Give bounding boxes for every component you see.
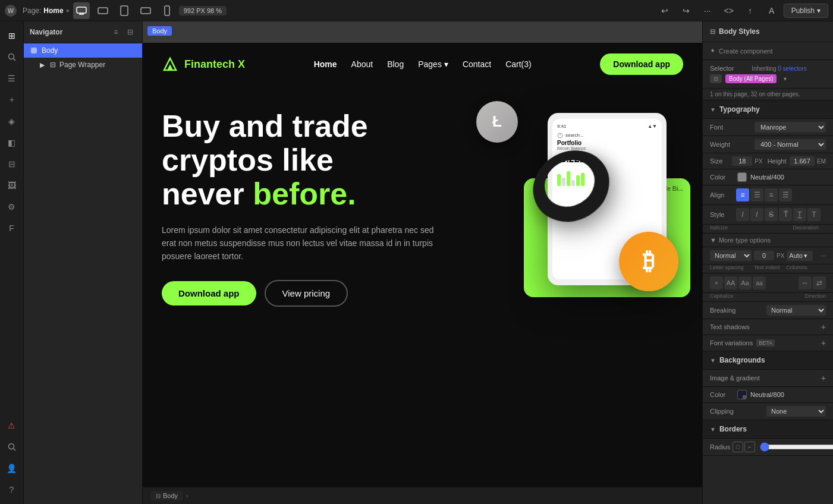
- cap-words-button[interactable]: Aa: [738, 276, 752, 289]
- cap-none-button[interactable]: ×: [710, 276, 723, 289]
- color-swatch[interactable]: [737, 172, 747, 182]
- more-button[interactable]: ···: [699, 2, 716, 19]
- sidebar-icon-cms[interactable]: ◧: [2, 133, 21, 152]
- tablet-landscape-icon[interactable]: [95, 2, 111, 19]
- bg-color-swatch[interactable]: [737, 390, 747, 399]
- height-label: Height: [768, 158, 787, 165]
- normal-select[interactable]: Normal: [710, 250, 752, 261]
- undo-button[interactable]: ↩: [656, 2, 673, 19]
- dir-rtl-button[interactable]: ⇄: [813, 276, 826, 289]
- cap-all-button[interactable]: AA: [724, 276, 737, 289]
- navigator-title: Navigator: [30, 28, 62, 36]
- selector-badge-icon[interactable]: ⊟: [710, 74, 722, 83]
- align-center-button[interactable]: ☰: [750, 188, 763, 201]
- capitalize-buttons: × AA Aa aa: [710, 276, 766, 289]
- nav-home[interactable]: Home: [314, 59, 337, 69]
- breaking-row: Breaking Normal: [703, 302, 833, 319]
- more-options-button[interactable]: ···: [821, 252, 826, 259]
- sidebar-icon-pages[interactable]: ⊟: [2, 155, 21, 174]
- nav-pages[interactable]: Pages ▾: [418, 59, 448, 69]
- hero-download-button[interactable]: Download app: [162, 281, 256, 305]
- sidebar-icon-font[interactable]: F: [2, 219, 21, 238]
- mobile-portrait-icon[interactable]: [159, 2, 175, 19]
- clipping-select[interactable]: None: [766, 406, 826, 417]
- tablet-portrait-icon[interactable]: [116, 2, 133, 19]
- more-type-header[interactable]: ▼ More type options: [703, 234, 833, 247]
- align-left-button[interactable]: ≡: [736, 188, 749, 201]
- text-indent-sublabel: Text indent: [754, 264, 784, 270]
- export-button[interactable]: ↑: [742, 2, 759, 19]
- navigator-options-button[interactable]: ≡: [110, 26, 122, 38]
- sidebar-icon-navigator[interactable]: ⊞: [2, 26, 21, 45]
- sidebar-icon-add[interactable]: ＋: [2, 90, 21, 109]
- hero-pricing-button[interactable]: View pricing: [265, 280, 348, 307]
- dir-ltr-button[interactable]: ↔: [799, 276, 812, 289]
- sidebar-icon-assets[interactable]: 🖼: [2, 176, 21, 195]
- radius-individual-button[interactable]: ⌐: [744, 442, 755, 452]
- breaking-select[interactable]: Normal: [766, 305, 826, 316]
- italicize-sublabel: Italicize: [710, 225, 728, 231]
- sidebar-icon-search[interactable]: [2, 48, 21, 67]
- strikethrough-button[interactable]: S: [765, 208, 778, 221]
- italic-button[interactable]: I: [736, 208, 749, 221]
- add-font-variation-button[interactable]: +: [821, 338, 826, 348]
- weight-select[interactable]: 400 - Normal: [755, 139, 826, 150]
- sidebar-icon-users[interactable]: 👤: [2, 459, 21, 478]
- cap-first-button[interactable]: aa: [753, 276, 766, 289]
- sidebar-icon-help[interactable]: ?: [2, 480, 21, 499]
- more-type-label: More type options: [719, 237, 771, 244]
- create-component-row[interactable]: ✦ Create component: [703, 42, 833, 60]
- sidebar-icon-components[interactable]: ◈: [2, 112, 21, 131]
- mobile-landscape-icon[interactable]: [137, 2, 154, 19]
- nav-contact[interactable]: Contact: [463, 59, 491, 69]
- nav-blog[interactable]: Blog: [387, 59, 404, 69]
- indent-unit: PX: [777, 253, 784, 259]
- nav-download-button[interactable]: Download app: [600, 53, 683, 75]
- navigator-layout-button[interactable]: ⊟: [124, 26, 136, 38]
- desktop-icon[interactable]: [73, 2, 90, 19]
- radius-all-button[interactable]: □: [733, 442, 743, 452]
- breadcrumb-body[interactable]: ⊟ Body: [151, 491, 183, 500]
- redo-button[interactable]: ↪: [678, 2, 694, 19]
- capitalize-sublabel: Capitalize: [710, 293, 734, 299]
- sidebar-icon-layers[interactable]: ☰: [2, 69, 21, 88]
- nav-cart[interactable]: Cart(3): [505, 59, 532, 69]
- auto-select[interactable]: Auto▾: [787, 251, 813, 261]
- borders-section-header[interactable]: ▼ Borders: [703, 420, 833, 439]
- weight-label: Weight: [710, 141, 730, 148]
- plus-icon: ✦: [710, 47, 715, 55]
- italic2-button[interactable]: I: [750, 208, 763, 221]
- svg-rect-6: [141, 8, 150, 14]
- navigator-item-page-wrapper[interactable]: ▶ ⊟ Page Wrapper: [24, 58, 142, 72]
- align-right-button[interactable]: ≡: [765, 188, 778, 201]
- align-justify-button[interactable]: ☰: [779, 188, 792, 201]
- canvas-content[interactable]: Finantech X Home About Blog Pages ▾ Cont…: [143, 43, 702, 504]
- indent-input[interactable]: [754, 251, 774, 260]
- svg-line-11: [13, 449, 15, 451]
- code-button[interactable]: <>: [721, 2, 737, 19]
- navigator-item-body[interactable]: Body: [24, 43, 142, 58]
- size-input[interactable]: [732, 156, 752, 166]
- add-background-button[interactable]: +: [821, 373, 826, 383]
- style-row: Style I I S T̄ T T: [703, 205, 833, 225]
- svg-rect-7: [165, 6, 169, 15]
- sidebar-icon-logic[interactable]: ⚙: [2, 197, 21, 216]
- height-input[interactable]: [790, 156, 815, 166]
- publish-button[interactable]: Publish ▾: [784, 4, 828, 18]
- backgrounds-section-header[interactable]: ▼ Backgrounds: [703, 351, 833, 370]
- underline-button[interactable]: T: [793, 208, 806, 221]
- hero-description: Lorem ipsum dolor sit amet consectetur a…: [162, 223, 447, 263]
- selector-badge-body[interactable]: Body (All Pages): [725, 74, 777, 83]
- overline-button[interactable]: T̄: [779, 208, 792, 221]
- radius-slider[interactable]: [760, 442, 833, 452]
- typography-section-header[interactable]: ▼ Typography: [703, 100, 833, 119]
- bg-color-label: Color: [710, 391, 734, 398]
- font-select[interactable]: Manrope: [755, 122, 826, 133]
- linethrough-button[interactable]: T: [807, 208, 821, 221]
- add-text-shadow-button[interactable]: +: [821, 322, 826, 332]
- phone-title: Portfolio: [557, 140, 657, 146]
- nav-about[interactable]: About: [351, 59, 373, 69]
- sidebar-icon-search2[interactable]: [2, 437, 21, 456]
- style-button[interactable]: A: [763, 2, 780, 19]
- sidebar-icon-error[interactable]: ⚠: [2, 416, 21, 435]
